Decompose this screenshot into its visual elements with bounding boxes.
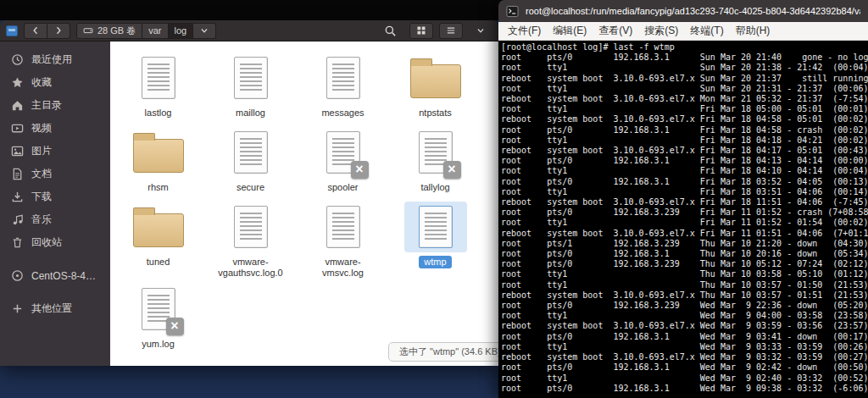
file-icon-shape	[234, 131, 268, 174]
terminal-line: root pts/0 192.168.3.1 Wed Mar 9 03:41 -…	[501, 332, 868, 342]
pathbar-menu-button[interactable]	[193, 23, 216, 39]
hamburger-menu-button[interactable]	[439, 23, 463, 39]
file-item-maillog[interactable]: maillog	[204, 48, 297, 123]
file-icon-shape	[234, 57, 268, 99]
crumb-label: log	[175, 25, 187, 36]
sidebar-item-trash[interactable]: 回收站	[0, 231, 110, 254]
menu-view[interactable]: 查看(V)	[593, 24, 638, 38]
menu-file[interactable]: 文件(F)	[502, 24, 547, 38]
text-file-icon	[404, 202, 467, 252]
file-label: ntpstats	[414, 107, 457, 119]
files-app-icon	[6, 25, 18, 36]
terminal-line: [root@localhost log]# last -f wtmp	[501, 42, 868, 53]
menu-help[interactable]: 帮助(H)	[730, 24, 776, 38]
terminal-line: root tty1 Fri Mar 18 03:51 - 04:06 (00:1…	[501, 187, 868, 197]
terminal-menubar: 文件(F)编辑(E)查看(V)搜索(S)终端(T)帮助(H)	[498, 22, 868, 41]
terminal-titlebar[interactable]: root@localhost:/run/media/fancypig/ad13c…	[498, 0, 868, 22]
file-item-tuned[interactable]: tuned	[112, 197, 204, 279]
terminal-line: root pts/0 192.168.3.1 Fri Mar 18 03:52 …	[501, 177, 868, 187]
video-icon	[11, 122, 24, 135]
terminal-line: root tty1 Sun Mar 20 21:31 - 21:37 (00:0…	[501, 84, 868, 94]
sidebar-item-label: 音乐	[31, 213, 52, 227]
image-icon	[11, 145, 24, 158]
sidebar-item-label: CentOS-8-4…	[31, 270, 96, 282]
view-options-button[interactable]	[469, 23, 492, 39]
file-item-rhsm[interactable]: rhsm	[112, 123, 204, 197]
file-label: vmware-vmsvc.log	[302, 256, 385, 279]
terminal-line: root tty1 Wed Mar 9 03:33 - 03:59 (00:26…	[501, 342, 868, 352]
text-file-icon	[220, 202, 282, 252]
terminal-line: reboot system boot 3.10.0-693.el7.x Wed …	[501, 352, 868, 362]
files-window: 28 GB 卷 var log	[0, 20, 498, 366]
text-file-icon	[127, 53, 190, 103]
files-body: 最近使用收藏主目录视频图片文档下载音乐回收站CentOS-8-4…其他位置 la…	[0, 41, 498, 366]
music-icon	[11, 213, 24, 226]
forward-button[interactable]	[47, 23, 70, 39]
clock-icon	[11, 53, 24, 66]
sidebar-item-home[interactable]: 主目录	[0, 94, 110, 117]
sidebar-item-label: 回收站	[31, 235, 62, 250]
terminal-line: reboot system boot 3.10.0-693.el7.x Sun …	[501, 74, 868, 84]
file-item-vmware-vgauthsvc.log.0[interactable]: vmware-vgauthsvc.log.0	[204, 197, 297, 279]
back-button[interactable]	[24, 23, 47, 39]
sidebar-item-centos-volume[interactable]: CentOS-8-4…	[0, 265, 110, 286]
sidebar-item-pictures[interactable]: 图片	[0, 140, 110, 163]
document-icon	[11, 168, 24, 180]
no-access-emblem-icon: ×	[166, 318, 184, 335]
file-icon-shape	[326, 206, 360, 248]
file-item-ntpstats[interactable]: ntpstats	[389, 48, 481, 123]
sidebar-item-recent[interactable]: 最近使用	[0, 48, 110, 71]
file-item-lastlog[interactable]: lastlog	[112, 48, 204, 123]
sidebar-item-label: 主目录	[31, 98, 62, 113]
text-file-icon	[220, 53, 282, 103]
sidebar-item-label: 最近使用	[31, 53, 72, 67]
terminal-app-icon	[506, 5, 519, 18]
file-item-tallylog[interactable]: ×tallylog	[389, 123, 481, 197]
terminal-line: root pts/0 192.168.3.239 Thu Mar 10 05:1…	[501, 259, 868, 269]
file-item-messages[interactable]: messages	[297, 48, 389, 123]
drive-icon	[83, 25, 93, 36]
home-icon	[11, 99, 24, 112]
menu-search[interactable]: 搜索(S)	[638, 24, 684, 38]
pathbar-volume-button[interactable]: 28 GB 卷	[76, 23, 142, 39]
file-item-secure[interactable]: secure	[204, 123, 297, 197]
file-item-vmware-vmsvc.log[interactable]: vmware-vmsvc.log	[297, 197, 389, 279]
terminal-body[interactable]: [root@localhost log]# last -f wtmproot p…	[498, 41, 868, 398]
sidebar-item-downloads[interactable]: 下载	[0, 185, 110, 208]
file-icon-shape	[410, 64, 461, 98]
file-item-wtmp[interactable]: wtmp	[389, 197, 481, 279]
sidebar-item-label: 其他位置	[31, 301, 72, 316]
path-bar: 28 GB 卷 var log	[76, 23, 216, 39]
trash-icon	[11, 236, 24, 249]
view-toggle-button[interactable]	[409, 23, 433, 39]
terminal-line: root tty1 Thu Mar 10 03:57 - 01:50 (21:5…	[501, 280, 868, 290]
menu-edit[interactable]: 编辑(E)	[547, 24, 593, 38]
sidebar-item-music[interactable]: 音乐	[0, 208, 110, 231]
file-icon-shape	[234, 206, 268, 248]
file-label: secure	[231, 181, 270, 194]
file-item-spooler[interactable]: ×spooler	[297, 123, 389, 197]
sidebar-item-label: 视频	[31, 121, 52, 135]
view-grid-icon	[416, 25, 426, 36]
sidebar-item-videos[interactable]: 视频	[0, 117, 110, 140]
sidebar-item-other-locations[interactable]: 其他位置	[0, 297, 110, 320]
no-access-emblem-icon: ×	[351, 161, 369, 179]
pathbar-crumb-log[interactable]: log	[169, 23, 194, 39]
terminal-line: root tty1 Thu Mar 10 03:58 - 05:10 (01:1…	[501, 269, 868, 279]
disc-icon	[11, 269, 24, 282]
terminal-line: root pts/0 192.168.3.239 Fri Mar 11 01:5…	[501, 207, 868, 218]
file-view: lastlogmaillogmessagesntpstatsrhsmsecure…	[110, 41, 498, 366]
menu-terminal[interactable]: 终端(T)	[684, 24, 729, 38]
terminal-line: root tty1 Sun Mar 20 21:38 - 21:42 (00:0…	[501, 63, 868, 73]
sidebar-item-starred[interactable]: 收藏	[0, 71, 110, 94]
terminal-line: root tty1 Fri Mar 11 01:52 - 01:54 (00:0…	[501, 218, 868, 228]
file-label: messages	[316, 107, 369, 119]
search-button[interactable]	[377, 23, 403, 39]
pathbar-volume-label: 28 GB 卷	[97, 25, 136, 37]
pathbar-crumb-var[interactable]: var	[142, 23, 168, 39]
hamburger-icon	[446, 25, 456, 36]
sidebar-item-documents[interactable]: 文档	[0, 163, 110, 185]
folder-icon	[127, 127, 190, 178]
file-label: yum.log	[136, 338, 180, 351]
file-item-yum.log[interactable]: ×yum.log	[112, 279, 204, 354]
